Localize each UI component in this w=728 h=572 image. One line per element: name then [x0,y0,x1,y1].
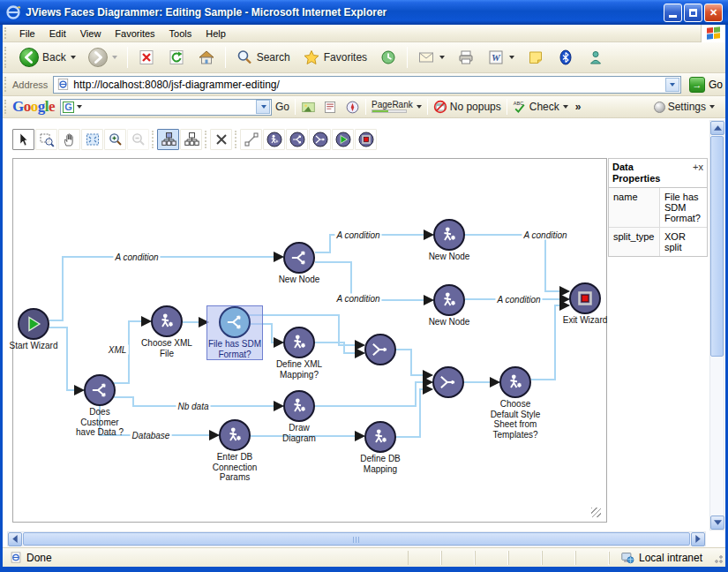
forward-dropdown-icon[interactable] [112,56,117,59]
scroll-down-button[interactable] [710,516,724,530]
print-button[interactable] [452,45,480,71]
create-link-button[interactable] [240,129,262,150]
edit-with-word-button[interactable]: W [482,45,520,71]
messenger-button[interactable] [582,45,610,71]
node-file-has-sdm-format[interactable] [219,306,251,338]
settings-dropdown-icon[interactable] [709,105,715,109]
refresh-button[interactable] [162,45,191,71]
property-value[interactable]: XOR split [660,228,707,256]
menu-item-tools[interactable]: Tools [162,26,199,41]
menu-item-help[interactable]: Help [199,26,233,41]
bluetooth-button[interactable] [552,45,580,71]
zoom-out-button[interactable] [127,129,149,150]
home-button[interactable] [192,45,221,71]
menu-item-favorites[interactable]: Favorites [108,26,161,41]
address-url[interactable]: http://localhost:8080/jsf-diagrammer-edi… [73,79,665,91]
delete-button[interactable] [210,129,232,150]
node-new-node-mid[interactable] [433,284,465,316]
scroll-up-button[interactable] [710,121,724,135]
property-key: split_type [609,228,660,256]
no-popups-button[interactable]: No popups [430,99,505,115]
settings-ball-icon [654,102,665,113]
toolbar-grip[interactable] [4,47,8,68]
refresh-icon [168,49,185,66]
favorites-button[interactable]: Favorites [297,45,372,71]
back-button[interactable]: Back [14,45,81,71]
menu-grip[interactable] [4,27,8,39]
word-dropdown-icon[interactable] [509,56,514,59]
create-end-node-button[interactable] [355,129,377,150]
create-split-node-button[interactable] [286,129,308,150]
property-value[interactable]: File has SDM Format? [660,188,707,227]
menu-item-edit[interactable]: Edit [42,26,73,41]
node-draw-diagram[interactable] [283,390,315,422]
back-dropdown-icon[interactable] [71,56,76,59]
node-does-customer-have-data[interactable] [84,374,116,406]
node-new-node-top[interactable] [433,219,465,251]
go-button[interactable]: → Go [687,76,725,94]
google-more-button[interactable]: » [572,100,585,114]
scroll-right-button[interactable] [691,532,705,546]
address-grip[interactable] [4,77,8,93]
pan-tool[interactable] [58,129,80,150]
properties-controls[interactable]: +x [693,162,703,184]
history-button[interactable] [374,45,402,71]
create-activity-node-button[interactable] [263,129,285,150]
minimize-button[interactable] [664,4,682,22]
google-search-input[interactable]: G [60,99,272,116]
node-exit-wizard[interactable] [569,282,601,314]
search-button[interactable]: Search [230,45,296,71]
create-join-node-button[interactable] [309,129,331,150]
mail-button[interactable] [412,45,450,71]
node-join-1[interactable] [364,334,396,365]
node-start-wizard[interactable] [18,308,49,340]
split-node-icon [221,309,248,335]
forward-button[interactable] [83,45,123,71]
maximize-button[interactable] [684,4,702,22]
mail-dropdown-icon[interactable] [439,56,445,59]
address-label: Address [12,79,48,90]
google-settings-button[interactable]: Settings [650,100,718,114]
address-dropdown-button[interactable] [665,78,679,92]
google-search-dropdown[interactable] [256,100,270,114]
node-join-2[interactable] [432,366,464,398]
select-tool[interactable] [12,129,34,150]
horizontal-scroll-thumb[interactable] [23,532,690,546]
fit-to-contents-button[interactable] [81,129,103,150]
zoom-in-button[interactable] [104,129,126,150]
node-enter-db-connection-params[interactable] [219,419,251,451]
notes-button[interactable] [522,45,550,71]
google-go-button[interactable]: Go [272,100,293,114]
diagram-canvas[interactable]: A conditionA conditionA conditionXMLNb d… [12,158,607,523]
close-button[interactable]: ✕ [704,4,723,22]
google-g-dropdown-icon[interactable] [77,105,82,109]
pagerank-dropdown-icon[interactable] [417,105,422,109]
diagram-resize-grip[interactable] [591,508,601,517]
marquee-zoom-tool[interactable] [35,129,57,150]
google-g-icon[interactable]: G [63,102,74,113]
node-new-node-1[interactable] [283,242,315,274]
create-start-node-button[interactable] [332,129,354,150]
address-input[interactable]: http://localhost:8080/jsf-diagrammer-edi… [53,76,681,94]
scroll-left-button[interactable] [8,532,22,546]
menu-item-view[interactable]: View [73,26,109,41]
google-news-button[interactable] [319,99,341,116]
node-choose-default-style-sheet[interactable] [499,366,531,398]
google-compass-button[interactable] [341,99,364,116]
node-define-db-mapping[interactable] [364,421,396,453]
spellcheck-button[interactable]: ABC Check [509,99,572,115]
menu-item-file[interactable]: File [12,26,42,41]
google-grip[interactable] [4,100,8,115]
tree-layout-button[interactable] [157,129,179,150]
node-choose-xml-file[interactable] [151,305,183,337]
pagerank-widget[interactable]: PageRank [368,100,425,114]
node-define-xml-mapping[interactable] [283,327,315,358]
google-photos-button[interactable] [297,99,319,116]
horizontal-scrollbar[interactable] [7,531,706,546]
vertical-scrollbar[interactable] [709,120,724,531]
vertical-scroll-thumb[interactable] [710,136,724,357]
hierarchical-layout-button[interactable] [180,129,202,150]
window-resize-grip[interactable] [711,552,724,564]
check-dropdown-icon[interactable] [563,105,568,109]
stop-button[interactable] [132,45,161,71]
